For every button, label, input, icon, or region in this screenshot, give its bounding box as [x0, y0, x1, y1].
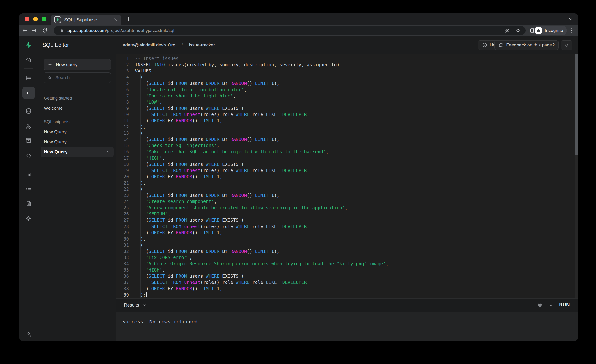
line-number: 27 — [116, 217, 129, 223]
snippet-item[interactable]: New Query — [41, 137, 114, 147]
edge-functions-icon[interactable] — [25, 153, 32, 159]
code-line[interactable]: 29 ) ORDER BY RANDOM() LIMIT 1) — [116, 230, 578, 236]
search-input[interactable]: Search — [44, 73, 111, 83]
code-line[interactable]: 28 SELECT FROM unnest(roles) role WHERE … — [116, 223, 578, 230]
chevron-down-icon[interactable] — [106, 150, 110, 154]
code-line[interactable]: 26 'MEDIUM', — [116, 211, 578, 217]
code-line[interactable]: 21 ), — [116, 180, 578, 186]
reload-icon[interactable] — [42, 27, 48, 34]
code-line[interactable]: 25 'A new component should be created to… — [116, 205, 578, 211]
code-line[interactable]: 38 ) ORDER BY RANDOM() LIMIT 1) — [116, 285, 578, 291]
snippet-item-label: New Query — [44, 139, 67, 144]
code-line[interactable]: 13 ( — [116, 130, 578, 136]
table-editor-icon[interactable] — [25, 75, 32, 81]
code-line[interactable]: 4 ( — [116, 74, 578, 80]
code-line[interactable]: 30 ), — [116, 236, 578, 242]
code-line[interactable]: 15 'Check for SQL injections', — [116, 142, 578, 149]
zoom-window-button[interactable] — [42, 17, 46, 22]
feedback-button[interactable]: Feedback on this page? — [494, 40, 559, 50]
close-tab-icon[interactable] — [113, 17, 118, 22]
code-line[interactable]: 34 'A Cross Origin Resource Sharing erro… — [116, 260, 578, 267]
run-button[interactable]: RUN — [559, 302, 570, 307]
code-line[interactable]: 16 'Make sure that SQL can not be inject… — [116, 149, 578, 155]
forward-icon[interactable] — [31, 27, 37, 34]
line-number: 10 — [116, 112, 129, 117]
code-line[interactable]: 18 (SELECT id FROM users WHERE EXISTS ( — [116, 161, 578, 167]
code-line[interactable]: 20 ) ORDER BY RANDOM() LIMIT 1) — [116, 174, 578, 180]
line-number: 39 — [116, 292, 129, 297]
account-icon[interactable] — [25, 331, 32, 337]
logs-icon[interactable] — [25, 185, 32, 191]
code-line[interactable]: 5 (SELECT id FROM users ORDER BY RANDOM(… — [116, 80, 578, 86]
eye-off-icon[interactable] — [504, 28, 510, 33]
scrollbar-thumb[interactable] — [575, 54, 578, 156]
sql-editor-icon[interactable] — [22, 87, 35, 99]
settings-icon[interactable] — [25, 215, 32, 222]
code-line[interactable]: 39 ); — [116, 292, 578, 298]
code-line[interactable]: 19 SELECT FROM unnest(roles) role WHERE … — [116, 167, 578, 174]
code-line[interactable]: 36 (SELECT id FROM users WHERE EXISTS ( — [116, 273, 578, 279]
snippet-item[interactable]: Welcome — [41, 103, 114, 113]
code-line[interactable]: 7 'The color should be light blue', — [116, 93, 578, 99]
incognito-icon — [535, 27, 542, 34]
line-number: 28 — [116, 224, 129, 229]
kebab-menu-icon[interactable] — [569, 27, 575, 34]
auth-users-icon[interactable] — [25, 123, 32, 130]
code-line[interactable]: 12 ), — [116, 124, 578, 130]
line-text: 'MEDIUM', — [129, 211, 171, 216]
code-line[interactable]: 27 (SELECT id FROM users WHERE EXISTS ( — [116, 217, 578, 223]
code-line[interactable]: 37 SELECT FROM unnest(roles) role WHERE … — [116, 279, 578, 285]
code-line[interactable]: 24 'Create search component', — [116, 198, 578, 205]
api-docs-icon[interactable] — [25, 201, 32, 207]
line-number: 13 — [116, 130, 129, 136]
code-line[interactable]: 11 ) ORDER BY RANDOM() LIMIT 1) — [116, 118, 578, 124]
code-line[interactable]: 32 (SELECT id FROM users ORDER BY RANDOM… — [116, 248, 578, 254]
code-line[interactable]: 23 (SELECT id FROM users ORDER BY RANDOM… — [116, 192, 578, 198]
breadcrumb-org[interactable]: adam@windmill.dev's Org — [123, 42, 175, 48]
supabase-logo[interactable] — [19, 36, 38, 54]
code-line[interactable]: 8 'LOW', — [116, 99, 578, 105]
star-icon[interactable] — [515, 28, 521, 33]
code-line[interactable]: 17 'HIGH', — [116, 155, 578, 161]
snippet-item[interactable]: New Query — [41, 127, 114, 137]
minimize-window-button[interactable] — [33, 17, 38, 22]
database-icon[interactable] — [25, 108, 32, 114]
browser-tab[interactable]: SQL | Supabase — [51, 15, 121, 25]
code-line[interactable]: 22 ( — [116, 186, 578, 192]
breadcrumb-project[interactable]: issue-tracker — [189, 42, 215, 48]
code-line[interactable]: 6 'Update call-to-action button color', — [116, 86, 578, 92]
editor-scrollbar[interactable] — [575, 54, 578, 298]
line-text: (SELECT id FROM users WHERE EXISTS ( — [129, 217, 244, 223]
code-line[interactable]: 33 'Fix CORS error', — [116, 254, 578, 260]
tab-search-icon[interactable] — [568, 16, 574, 22]
line-number: 7 — [116, 93, 129, 98]
heart-icon[interactable] — [537, 303, 543, 308]
new-tab-icon[interactable] — [125, 15, 132, 22]
home-icon[interactable] — [25, 57, 32, 63]
new-query-button[interactable]: New query — [44, 59, 111, 70]
code-line[interactable]: 35 'HIGH', — [116, 267, 578, 273]
url-bar[interactable]: app.supabase.com/project/azahtnhqohyjerz… — [54, 26, 526, 35]
line-text: ( — [129, 186, 143, 192]
snippet-item[interactable]: New Query — [41, 147, 114, 157]
incognito-badge: Incognito — [534, 26, 567, 35]
storage-icon[interactable] — [25, 137, 32, 143]
plus-icon — [48, 62, 52, 67]
line-number: 21 — [116, 180, 129, 186]
chevron-down-icon[interactable] — [549, 303, 553, 307]
notifications-button[interactable] — [561, 40, 572, 50]
sql-editor[interactable]: 1-- Insert issues2INSERT INTO issues(cre… — [116, 54, 578, 298]
line-number: 11 — [116, 118, 129, 123]
results-tab[interactable]: Results — [124, 303, 147, 308]
close-window-button[interactable] — [25, 17, 29, 22]
back-icon[interactable] — [22, 27, 28, 34]
code-line[interactable]: 10 SELECT FROM unnest(roles) role WHERE … — [116, 111, 578, 118]
indent-guide — [141, 74, 141, 298]
reports-icon[interactable] — [25, 171, 32, 177]
code-line[interactable]: 2INSERT INTO issues(created_by, summary,… — [116, 61, 578, 68]
code-line[interactable]: 14 (SELECT id FROM users ORDER BY RANDOM… — [116, 136, 578, 142]
code-line[interactable]: 3VALUES — [116, 68, 578, 74]
code-line[interactable]: 1-- Insert issues — [116, 55, 578, 61]
code-line[interactable]: 31 ( — [116, 242, 578, 248]
code-line[interactable]: 9 (SELECT id FROM users WHERE EXISTS ( — [116, 105, 578, 111]
